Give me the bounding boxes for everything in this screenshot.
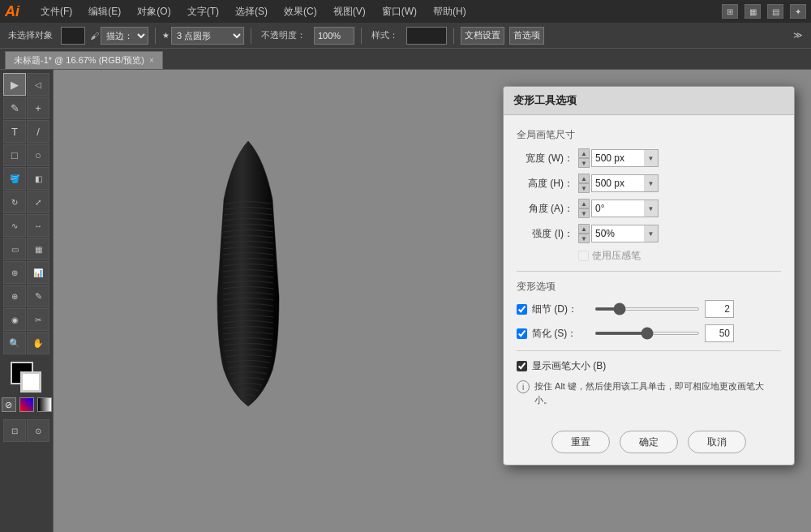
line-tool[interactable]: /: [27, 120, 49, 143]
height-unit-arrow[interactable]: ▼: [644, 174, 659, 192]
opacity-input[interactable]: [314, 27, 354, 45]
simplify-slider[interactable]: [594, 332, 700, 335]
tool-row-8: ▭ ▦: [3, 238, 49, 260]
divider1: [517, 271, 781, 272]
color-icon[interactable]: [19, 397, 34, 412]
preferences-button[interactable]: 首选项: [509, 27, 544, 45]
paint-bucket-tool[interactable]: 🪣: [3, 167, 26, 190]
menu-file[interactable]: 文件(F): [37, 3, 75, 20]
add-anchor-tool[interactable]: +: [27, 97, 49, 119]
scale-tool[interactable]: ⤢: [27, 191, 49, 213]
panel-icon[interactable]: ▦: [744, 4, 761, 19]
strength-input[interactable]: [591, 225, 644, 242]
area-graph-tool[interactable]: ▦: [27, 238, 49, 260]
extra-tool[interactable]: ⊙: [27, 419, 49, 442]
angle-spinner[interactable]: ▲ ▼: [578, 199, 590, 218]
style-box[interactable]: [406, 27, 447, 45]
pressure-checkbox: [578, 251, 589, 261]
strength-label: 强度 (I)：: [517, 227, 573, 241]
ellipse-tool[interactable]: ○: [27, 144, 49, 166]
width-unit-arrow[interactable]: ▼: [644, 149, 659, 167]
brush-type-select[interactable]: 描边：: [101, 27, 148, 45]
width-spinner[interactable]: ▲ ▼: [578, 148, 590, 168]
sep1: [155, 28, 156, 44]
type-tool[interactable]: T: [3, 120, 26, 143]
cancel-button[interactable]: 取消: [688, 431, 746, 453]
warp-tool[interactable]: ∿: [3, 214, 26, 237]
tab-close-button[interactable]: ×: [149, 56, 154, 65]
show-brush-row: 显示画笔大小 (B): [517, 359, 781, 373]
column-graph-tool[interactable]: ▭: [3, 238, 26, 260]
doc-settings-button[interactable]: 文档设置: [461, 27, 504, 45]
height-spinner[interactable]: ▲ ▼: [578, 174, 590, 193]
more-icon[interactable]: ≫: [790, 28, 806, 42]
pressure-label: 使用压感笔: [592, 249, 641, 263]
width-up[interactable]: ▲: [578, 148, 590, 158]
angle-up[interactable]: ▲: [578, 199, 590, 208]
angle-label: 角度 (A)：: [517, 202, 573, 216]
document-tab[interactable]: 未标题-1* @ 16.67% (RGB/预览) ×: [5, 51, 163, 69]
gradient-swatch-icon[interactable]: [37, 397, 52, 412]
height-up[interactable]: ▲: [578, 174, 590, 183]
menu-edit[interactable]: 编辑(E): [85, 3, 124, 20]
menu-help[interactable]: 帮助(H): [430, 3, 470, 20]
symbol-sprayer-tool[interactable]: ⊛: [3, 261, 26, 284]
hand-tool[interactable]: ✋: [27, 332, 49, 354]
show-brush-label: 显示画笔大小 (B): [532, 359, 606, 373]
bar-graph-tool[interactable]: 📊: [27, 261, 49, 284]
show-brush-checkbox[interactable]: [517, 361, 527, 371]
tool-row-1: ▶ ◁: [3, 73, 49, 96]
artboard-tool[interactable]: ⊡: [3, 419, 26, 442]
menu-view[interactable]: 视图(V): [330, 3, 369, 20]
sep2: [251, 28, 251, 44]
brush-tool[interactable]: ✎: [27, 285, 49, 307]
gradient-tool[interactable]: ◧: [27, 167, 49, 190]
detail-row: 细节 (D)： 2: [517, 300, 781, 318]
select-tool[interactable]: ▶: [3, 73, 26, 96]
scissors-tool[interactable]: ✂: [27, 308, 49, 331]
height-input[interactable]: [591, 174, 644, 192]
menu-object[interactable]: 对象(O): [134, 3, 174, 20]
height-down[interactable]: ▼: [578, 183, 590, 193]
arrange-icon[interactable]: ⊞: [722, 4, 738, 19]
strength-down[interactable]: ▼: [578, 234, 590, 243]
strength-spinner[interactable]: ▲ ▼: [578, 224, 590, 243]
rect-tool[interactable]: □: [3, 144, 26, 166]
direct-select-tool[interactable]: ◁: [27, 73, 49, 96]
reset-button[interactable]: 重置: [551, 431, 610, 453]
width-down[interactable]: ▼: [578, 158, 590, 168]
angle-unit-arrow[interactable]: ▼: [644, 200, 659, 217]
strength-up[interactable]: ▲: [578, 224, 590, 234]
ok-button[interactable]: 确定: [620, 431, 678, 453]
star-select[interactable]: 3 点圆形: [171, 27, 244, 45]
menu-select[interactable]: 选择(S): [232, 3, 271, 20]
menu-effect[interactable]: 效果(C): [281, 3, 320, 20]
magic-icon[interactable]: ✦: [790, 4, 806, 19]
tool-row-7: ∿ ↔: [3, 214, 49, 237]
pressure-row: 使用压感笔: [578, 249, 781, 263]
zoom-tool[interactable]: 🔍: [3, 332, 26, 354]
menu-window[interactable]: 窗口(W): [379, 3, 420, 20]
pen-tool[interactable]: ✎: [3, 97, 26, 119]
menu-type[interactable]: 文字(T): [184, 3, 222, 20]
angle-row: 角度 (A)： ▲ ▼ ▼: [517, 199, 781, 218]
angle-input[interactable]: [591, 200, 644, 217]
stroke-color-swatch[interactable]: [20, 371, 41, 393]
width-input[interactable]: [591, 149, 644, 167]
width-tool[interactable]: ↔: [27, 214, 49, 237]
none-icon[interactable]: ⊘: [2, 397, 16, 412]
layout-icon[interactable]: ▤: [767, 4, 783, 19]
blend-tool[interactable]: ⊕: [3, 285, 26, 307]
section1-label: 全局画笔尺寸: [517, 128, 781, 142]
strength-unit-arrow[interactable]: ▼: [644, 225, 659, 242]
tab-label: 未标题-1* @ 16.67% (RGB/预览): [14, 54, 144, 66]
detail-slider[interactable]: [594, 307, 700, 311]
eraser-tool[interactable]: ◉: [3, 308, 26, 331]
info-text: 按住 Alt 键，然后使用该工具单击，即可相应地更改画笔大小。: [534, 380, 781, 406]
rotate-tool[interactable]: ↻: [3, 191, 26, 213]
simplify-checkbox[interactable]: [517, 328, 527, 339]
fill-color-box[interactable]: [61, 27, 85, 45]
detail-checkbox[interactable]: [517, 304, 527, 315]
brush-icon: 🖌: [90, 31, 99, 41]
angle-down[interactable]: ▼: [578, 208, 590, 218]
